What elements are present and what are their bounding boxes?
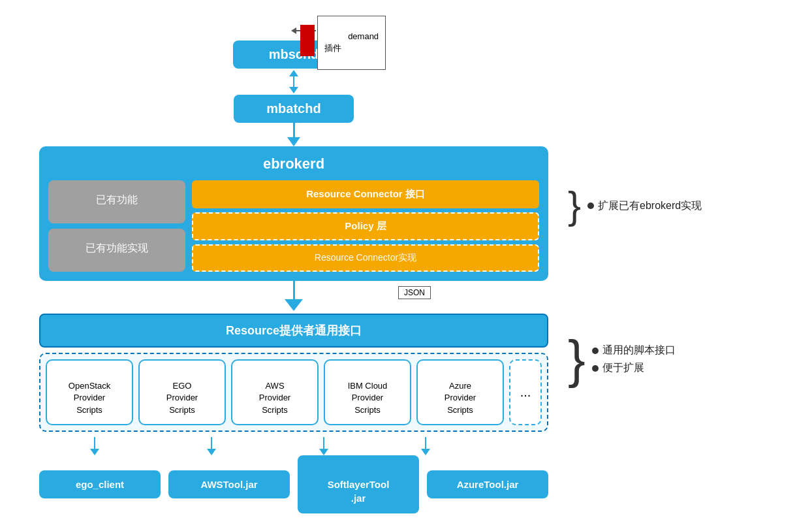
double-arrow-1 — [289, 70, 298, 93]
red-block — [300, 25, 315, 56]
ego-client-tool: ego_client — [39, 470, 161, 498]
annotation-bottom-item1: 通用的脚本接口 — [602, 344, 676, 357]
demand-arrow — [315, 25, 316, 26]
provider-scripts-row: OpenStack Provider Scripts EGO Provider … — [39, 353, 548, 432]
arrow-to-ebrokerd — [287, 123, 300, 146]
resource-connector-panel: Resource Connector 接口 Policy 层 Resource … — [192, 180, 539, 272]
mbatchd-box: mbatchd — [234, 95, 353, 123]
existing-func2-box: 已有功能实现 — [48, 229, 185, 272]
json-badge: JSON — [398, 286, 431, 299]
ebrokerd-title: ebrokerd — [48, 155, 539, 172]
rc-interface-box: Resource Connector 接口 — [192, 180, 539, 208]
ebrokerd-section: ebrokerd 已有功能 已有功能实现 — [39, 146, 548, 281]
azure-tool-jar: AzureTool.jar — [427, 470, 548, 498]
aws-scripts: AWS Provider Scripts — [231, 359, 319, 425]
resource-provider-bar: Resource提供者通用接口 — [39, 314, 548, 348]
more-scripts: ... — [509, 359, 542, 425]
annotation-bottom-item2: 便于扩展 — [602, 361, 644, 375]
awstool-jar: AWSTool.jar — [168, 470, 290, 498]
existing-func1-box: 已有功能 — [48, 180, 185, 223]
rc-impl-box: Resource Connector实现 — [192, 244, 539, 272]
ego-scripts: EGO Provider Scripts — [138, 359, 226, 425]
demand-box: demand 插件 — [317, 16, 386, 70]
existing-functions-panel: 已有功能 已有功能实现 — [48, 180, 185, 272]
openstack-scripts: OpenStack Provider Scripts — [46, 359, 133, 425]
azure-scripts: Azure Provider Scripts — [416, 359, 504, 425]
softlayer-tool-jar: SoftlayerTool .jar — [298, 455, 419, 513]
policy-layer-box: Policy 层 — [192, 212, 539, 240]
ibm-cloud-scripts: IBM Cloud Provider Scripts — [324, 359, 411, 425]
tools-row: ego_client AWSTool.jar SoftlayerTool .ja… — [39, 455, 548, 513]
annotation-top-text: 扩展已有ebrokerd实现 — [598, 199, 702, 213]
provider-annotation: } 通用的脚本接口 便于扩展 — [568, 333, 676, 385]
ebrokerd-annotation: } 扩展已有ebrokerd实现 — [568, 186, 702, 225]
